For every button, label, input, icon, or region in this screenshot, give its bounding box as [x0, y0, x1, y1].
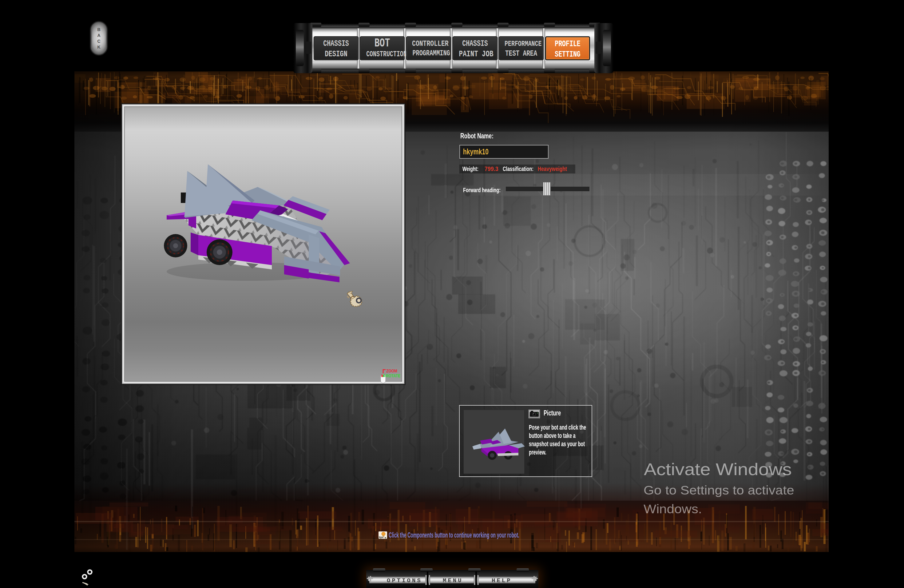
- svg-text:tips: tips: [379, 536, 383, 539]
